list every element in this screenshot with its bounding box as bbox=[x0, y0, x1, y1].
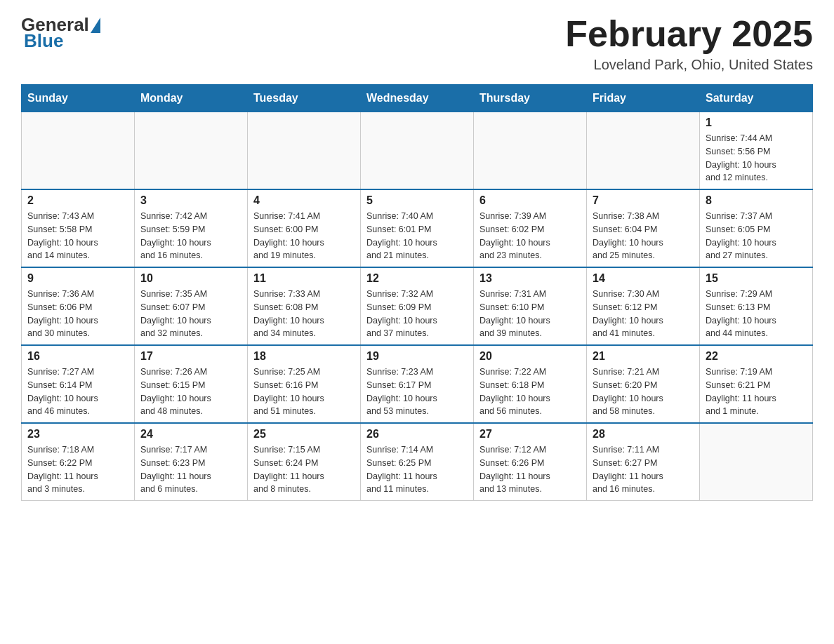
table-row bbox=[587, 112, 700, 190]
day-number: 10 bbox=[140, 272, 241, 285]
calendar-header-row: Sunday Monday Tuesday Wednesday Thursday… bbox=[22, 85, 813, 112]
day-info: Sunrise: 7:21 AM Sunset: 6:20 PM Dayligh… bbox=[593, 365, 694, 418]
day-info: Sunrise: 7:42 AM Sunset: 5:59 PM Dayligh… bbox=[140, 210, 241, 262]
table-row: 22Sunrise: 7:19 AM Sunset: 6:21 PM Dayli… bbox=[700, 345, 813, 423]
day-number: 25 bbox=[253, 428, 355, 441]
logo-blue-text: Blue bbox=[21, 30, 63, 52]
day-number: 3 bbox=[140, 194, 241, 207]
table-row: 24Sunrise: 7:17 AM Sunset: 6:23 PM Dayli… bbox=[135, 423, 248, 501]
table-row: 20Sunrise: 7:22 AM Sunset: 6:18 PM Dayli… bbox=[474, 345, 587, 423]
day-number: 4 bbox=[253, 194, 355, 207]
header-wednesday: Wednesday bbox=[361, 85, 474, 112]
day-number: 28 bbox=[593, 428, 694, 441]
day-info: Sunrise: 7:27 AM Sunset: 6:14 PM Dayligh… bbox=[27, 365, 128, 418]
header-friday: Friday bbox=[587, 85, 700, 112]
day-number: 21 bbox=[593, 350, 694, 363]
table-row: 7Sunrise: 7:38 AM Sunset: 6:04 PM Daylig… bbox=[587, 189, 700, 267]
day-number: 2 bbox=[27, 194, 128, 207]
day-info: Sunrise: 7:25 AM Sunset: 6:16 PM Dayligh… bbox=[253, 365, 355, 418]
table-row: 23Sunrise: 7:18 AM Sunset: 6:22 PM Dayli… bbox=[22, 423, 135, 501]
day-info: Sunrise: 7:11 AM Sunset: 6:27 PM Dayligh… bbox=[593, 443, 694, 496]
table-row: 3Sunrise: 7:42 AM Sunset: 5:59 PM Daylig… bbox=[135, 189, 248, 267]
table-row: 19Sunrise: 7:23 AM Sunset: 6:17 PM Dayli… bbox=[361, 345, 474, 423]
logo: General Blue bbox=[21, 14, 102, 52]
table-row bbox=[135, 112, 248, 190]
table-row: 10Sunrise: 7:35 AM Sunset: 6:07 PM Dayli… bbox=[135, 267, 248, 345]
day-number: 23 bbox=[27, 428, 128, 441]
day-info: Sunrise: 7:44 AM Sunset: 5:56 PM Dayligh… bbox=[706, 132, 807, 185]
page-header: General Blue February 2025 Loveland Park… bbox=[21, 14, 813, 73]
table-row bbox=[248, 112, 361, 190]
day-info: Sunrise: 7:12 AM Sunset: 6:26 PM Dayligh… bbox=[479, 443, 581, 496]
location-subtitle: Loveland Park, Ohio, United States bbox=[565, 57, 813, 73]
day-number: 6 bbox=[479, 194, 581, 207]
title-section: February 2025 Loveland Park, Ohio, Unite… bbox=[565, 14, 813, 73]
calendar-week-row: 2Sunrise: 7:43 AM Sunset: 5:58 PM Daylig… bbox=[22, 189, 813, 267]
day-info: Sunrise: 7:17 AM Sunset: 6:23 PM Dayligh… bbox=[140, 443, 241, 496]
day-number: 15 bbox=[706, 272, 807, 285]
day-info: Sunrise: 7:40 AM Sunset: 6:01 PM Dayligh… bbox=[366, 210, 468, 262]
day-number: 11 bbox=[253, 272, 355, 285]
day-number: 13 bbox=[479, 272, 581, 285]
day-info: Sunrise: 7:35 AM Sunset: 6:07 PM Dayligh… bbox=[140, 288, 241, 340]
day-number: 9 bbox=[27, 272, 128, 285]
day-info: Sunrise: 7:22 AM Sunset: 6:18 PM Dayligh… bbox=[479, 365, 581, 418]
table-row bbox=[22, 112, 135, 190]
calendar-week-row: 1Sunrise: 7:44 AM Sunset: 5:56 PM Daylig… bbox=[22, 112, 813, 190]
calendar-table: Sunday Monday Tuesday Wednesday Thursday… bbox=[21, 84, 813, 501]
table-row: 15Sunrise: 7:29 AM Sunset: 6:13 PM Dayli… bbox=[700, 267, 813, 345]
day-info: Sunrise: 7:36 AM Sunset: 6:06 PM Dayligh… bbox=[27, 288, 128, 340]
header-tuesday: Tuesday bbox=[248, 85, 361, 112]
day-info: Sunrise: 7:39 AM Sunset: 6:02 PM Dayligh… bbox=[479, 210, 581, 262]
day-info: Sunrise: 7:19 AM Sunset: 6:21 PM Dayligh… bbox=[706, 365, 807, 418]
table-row bbox=[474, 112, 587, 190]
day-info: Sunrise: 7:33 AM Sunset: 6:08 PM Dayligh… bbox=[253, 288, 355, 340]
day-number: 26 bbox=[366, 428, 468, 441]
day-number: 27 bbox=[479, 428, 581, 441]
day-info: Sunrise: 7:26 AM Sunset: 6:15 PM Dayligh… bbox=[140, 365, 241, 418]
table-row: 12Sunrise: 7:32 AM Sunset: 6:09 PM Dayli… bbox=[361, 267, 474, 345]
day-info: Sunrise: 7:30 AM Sunset: 6:12 PM Dayligh… bbox=[593, 288, 694, 340]
table-row: 1Sunrise: 7:44 AM Sunset: 5:56 PM Daylig… bbox=[700, 112, 813, 190]
day-number: 20 bbox=[479, 350, 581, 363]
day-info: Sunrise: 7:43 AM Sunset: 5:58 PM Dayligh… bbox=[27, 210, 128, 262]
day-info: Sunrise: 7:31 AM Sunset: 6:10 PM Dayligh… bbox=[479, 288, 581, 340]
table-row: 18Sunrise: 7:25 AM Sunset: 6:16 PM Dayli… bbox=[248, 345, 361, 423]
table-row: 9Sunrise: 7:36 AM Sunset: 6:06 PM Daylig… bbox=[22, 267, 135, 345]
day-info: Sunrise: 7:29 AM Sunset: 6:13 PM Dayligh… bbox=[706, 288, 807, 340]
table-row: 17Sunrise: 7:26 AM Sunset: 6:15 PM Dayli… bbox=[135, 345, 248, 423]
day-info: Sunrise: 7:18 AM Sunset: 6:22 PM Dayligh… bbox=[27, 443, 128, 496]
calendar-week-row: 9Sunrise: 7:36 AM Sunset: 6:06 PM Daylig… bbox=[22, 267, 813, 345]
table-row: 6Sunrise: 7:39 AM Sunset: 6:02 PM Daylig… bbox=[474, 189, 587, 267]
day-number: 8 bbox=[706, 194, 807, 207]
logo-triangle-icon bbox=[91, 18, 100, 33]
day-number: 24 bbox=[140, 428, 241, 441]
header-sunday: Sunday bbox=[22, 85, 135, 112]
table-row: 5Sunrise: 7:40 AM Sunset: 6:01 PM Daylig… bbox=[361, 189, 474, 267]
day-number: 1 bbox=[706, 116, 807, 129]
day-number: 22 bbox=[706, 350, 807, 363]
table-row: 11Sunrise: 7:33 AM Sunset: 6:08 PM Dayli… bbox=[248, 267, 361, 345]
day-number: 7 bbox=[593, 194, 694, 207]
table-row bbox=[700, 423, 813, 501]
header-saturday: Saturday bbox=[700, 85, 813, 112]
table-row: 16Sunrise: 7:27 AM Sunset: 6:14 PM Dayli… bbox=[22, 345, 135, 423]
day-number: 16 bbox=[27, 350, 128, 363]
day-number: 17 bbox=[140, 350, 241, 363]
table-row bbox=[361, 112, 474, 190]
header-thursday: Thursday bbox=[474, 85, 587, 112]
table-row: 13Sunrise: 7:31 AM Sunset: 6:10 PM Dayli… bbox=[474, 267, 587, 345]
calendar-week-row: 16Sunrise: 7:27 AM Sunset: 6:14 PM Dayli… bbox=[22, 345, 813, 423]
table-row: 2Sunrise: 7:43 AM Sunset: 5:58 PM Daylig… bbox=[22, 189, 135, 267]
table-row: 14Sunrise: 7:30 AM Sunset: 6:12 PM Dayli… bbox=[587, 267, 700, 345]
table-row: 27Sunrise: 7:12 AM Sunset: 6:26 PM Dayli… bbox=[474, 423, 587, 501]
table-row: 21Sunrise: 7:21 AM Sunset: 6:20 PM Dayli… bbox=[587, 345, 700, 423]
day-info: Sunrise: 7:38 AM Sunset: 6:04 PM Dayligh… bbox=[593, 210, 694, 262]
day-number: 19 bbox=[366, 350, 468, 363]
day-number: 18 bbox=[253, 350, 355, 363]
day-info: Sunrise: 7:41 AM Sunset: 6:00 PM Dayligh… bbox=[253, 210, 355, 262]
day-number: 5 bbox=[366, 194, 468, 207]
day-info: Sunrise: 7:15 AM Sunset: 6:24 PM Dayligh… bbox=[253, 443, 355, 496]
day-number: 12 bbox=[366, 272, 468, 285]
table-row: 8Sunrise: 7:37 AM Sunset: 6:05 PM Daylig… bbox=[700, 189, 813, 267]
